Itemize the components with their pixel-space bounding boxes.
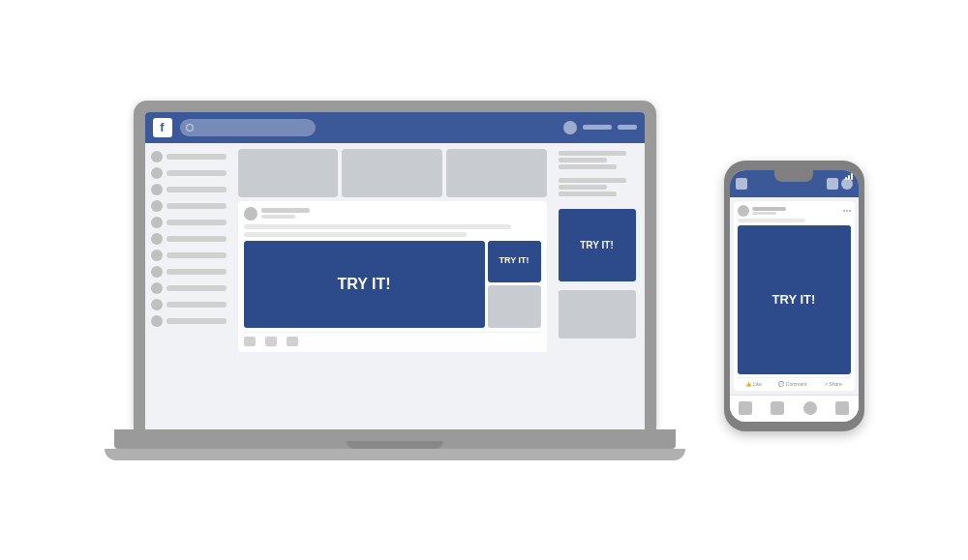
fb-sidebar-right: TRY IT!: [553, 143, 645, 429]
nav-icon-1: [563, 121, 577, 134]
ad-large-text: TRY IT!: [337, 276, 390, 293]
story-card: [446, 149, 547, 197]
sidebar-icon: [151, 266, 163, 278]
search-icon: [186, 124, 194, 132]
ad-small-top-banner: TRY IT!: [488, 241, 541, 283]
sidebar-label-line: [166, 318, 227, 324]
phone-screen: TRY IT! 👍 Like 💬 Comment ↗ Share: [730, 170, 859, 422]
phone-post-date-line: [752, 212, 776, 215]
sidebar-icon: [151, 315, 163, 327]
phone-ad-image: TRY IT!: [738, 225, 851, 374]
sidebar-icon: [151, 250, 163, 261]
sidebar-label-line: [166, 187, 227, 192]
sidebar-icon: [151, 233, 163, 245]
right-sidebar-ad: TRY IT!: [559, 209, 636, 281]
sidebar-row: [151, 315, 227, 327]
laptop-mockup: f: [105, 101, 685, 460]
laptop-stand: [105, 449, 685, 460]
sidebar-label-line: [166, 285, 227, 291]
sidebar-label-line: [166, 154, 227, 160]
share-icon: [287, 337, 298, 346]
phone-notch: [774, 170, 813, 182]
phone-like-action: 👍 Like: [745, 381, 762, 387]
dot-3: [849, 210, 851, 212]
phone-post-header: [738, 205, 851, 217]
phone-user-name-line: [752, 207, 786, 211]
nav-line-2: [618, 125, 637, 130]
post-actions-bar: [244, 332, 541, 346]
phone-comment-action: 💬 Comment: [778, 381, 806, 387]
sidebar-icon: [151, 184, 163, 195]
phone-nav-watch-icon: [803, 401, 817, 415]
sidebar-label-line: [166, 252, 227, 258]
fb-sidebar-left: [145, 143, 232, 429]
post-text-line: [244, 232, 467, 237]
sidebar-label-line: [166, 269, 227, 275]
fb-nav-icons: [563, 121, 637, 134]
phone-nav-menu-icon: [835, 401, 849, 415]
laptop-screen-outer: f: [134, 101, 656, 429]
fb-feed: TRY IT! TRY IT!: [232, 143, 553, 429]
sidebar-label-line: [166, 220, 227, 225]
phone-post-card: TRY IT! 👍 Like 💬 Comment ↗ Share: [734, 201, 855, 391]
fb-header-bar: f: [145, 112, 645, 143]
sidebar-label-line: [166, 170, 227, 176]
right-sidebar-item: [559, 151, 639, 169]
sidebar-label-line: [166, 236, 227, 242]
dot-2: [846, 210, 848, 212]
phone-post-actions: 👍 Like 💬 Comment ↗ Share: [738, 377, 851, 387]
sidebar-icon: [151, 217, 163, 228]
sidebar-row: [151, 151, 227, 162]
sidebar-label-line: [166, 203, 227, 209]
sidebar-row: [151, 266, 227, 278]
phone-mockup: TRY IT! 👍 Like 💬 Comment ↗ Share: [724, 161, 864, 431]
fb-post-card: TRY IT! TRY IT!: [238, 201, 547, 352]
fb-search-bar: [180, 119, 316, 136]
ad-large-banner: TRY IT!: [244, 241, 485, 328]
fb-stories-row: [238, 149, 547, 197]
sidebar-icon: [151, 200, 163, 212]
post-ad-area: TRY IT! TRY IT!: [244, 241, 541, 328]
sidebar-row: [151, 250, 227, 261]
rs-line: [559, 178, 626, 183]
sidebar-icon: [151, 282, 163, 294]
phone-fb-icon: [736, 178, 747, 190]
post-avatar: [244, 207, 257, 221]
laptop-screen-inner: f: [145, 112, 645, 429]
post-text-line: [244, 224, 511, 229]
phone-bottom-nav: [730, 395, 859, 422]
phone-nav-home-icon: [739, 401, 752, 415]
rs-line: [559, 185, 607, 190]
rs-line: [559, 151, 626, 156]
rs-line: [559, 164, 617, 169]
sidebar-label-line: [166, 302, 227, 308]
story-card: [238, 149, 339, 197]
post-sub-line: [261, 215, 295, 219]
phone-ad-text: TRY IT!: [772, 292, 816, 307]
story-card: [342, 149, 442, 197]
right-sidebar-placeholder: [559, 290, 636, 339]
post-header: [244, 207, 541, 221]
sidebar-icon: [151, 167, 163, 179]
laptop-hinge: [347, 441, 443, 449]
sidebar-row: [151, 167, 227, 179]
signal-bar-1: [845, 177, 847, 180]
comment-icon: [265, 337, 277, 346]
post-name-block: [261, 208, 310, 219]
scene: f: [105, 101, 864, 460]
signal-bar-3: [851, 173, 853, 180]
ad-small-column: TRY IT!: [488, 241, 541, 328]
sidebar-icon: [151, 151, 163, 162]
phone-nav-friends-icon: [771, 401, 784, 415]
ad-small-text: TRY IT!: [499, 256, 529, 266]
nav-line-1: [583, 125, 612, 130]
phone-post-info: [752, 207, 840, 215]
phone-more-icon: [843, 210, 851, 212]
post-name-line: [261, 208, 310, 213]
laptop-base: [114, 429, 676, 449]
signal-bar-2: [848, 175, 850, 180]
phone-header-action-1: [827, 178, 838, 190]
fb-content-area: TRY IT! TRY IT!: [145, 143, 645, 429]
ad-placeholder-bottom: [488, 285, 541, 328]
phone-post-avatar: [738, 205, 749, 217]
